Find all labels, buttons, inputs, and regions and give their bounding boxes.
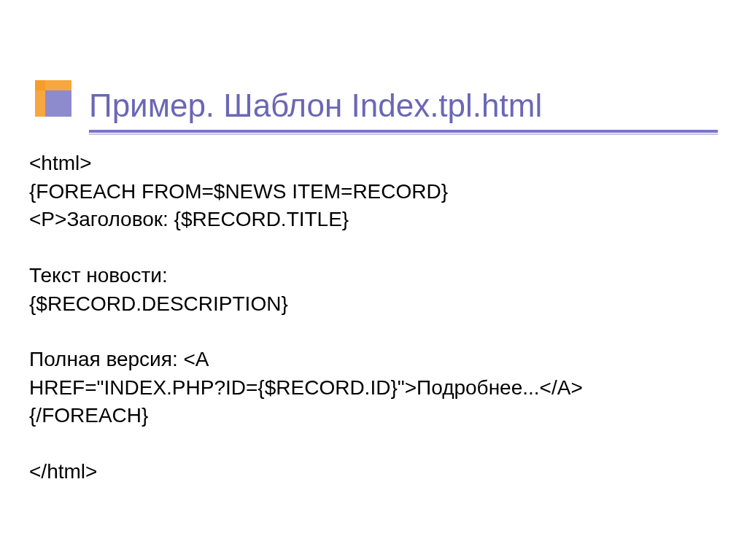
code-line: {$RECORD.DESCRIPTION} [29, 290, 718, 319]
code-line: HREF="INDEX.PHP?ID={$RECORD.ID}">Подробн… [29, 374, 718, 402]
code-line: {/FOREACH} [29, 402, 718, 430]
code-line: Полная версия: <A [29, 346, 718, 374]
logo-icon [35, 80, 86, 131]
slide-body: <html> {FOREACH FROM=$NEWS ITEM=RECORD} … [29, 149, 718, 486]
code-line: <html> [29, 149, 718, 178]
code-line: </html> [29, 458, 718, 486]
slide-title: Пример. Шаблон Index.tpl.html [89, 88, 542, 124]
code-line: <P>Заголовок: {$RECORD.TITLE} [29, 206, 718, 234]
code-line: Текст новости: [29, 262, 718, 290]
slide-header: Пример. Шаблон Index.tpl.html [0, 0, 747, 131]
code-line: {FOREACH FROM=$NEWS ITEM=RECORD} [29, 178, 718, 206]
slide: Пример. Шаблон Index.tpl.html <html> {FO… [0, 0, 747, 560]
title-underline [89, 130, 718, 136]
